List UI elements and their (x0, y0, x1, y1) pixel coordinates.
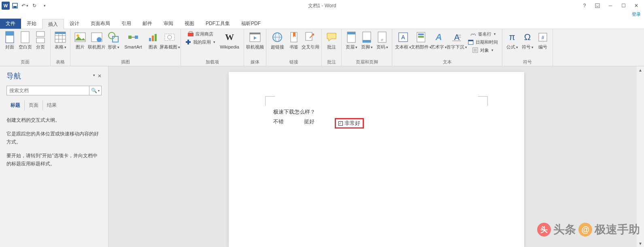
svg-rect-36 (347, 32, 355, 34)
svg-rect-38 (363, 40, 371, 42)
login-link[interactable]: 登录 (0, 11, 644, 19)
svg-rect-44 (418, 34, 424, 35)
svg-rect-27 (188, 33, 193, 36)
object-button[interactable]: 对象▾ (470, 46, 495, 54)
tab-pdf-tools[interactable]: PDF工具集 (200, 19, 236, 29)
nav-search: 🔍▾ (6, 86, 102, 95)
document-title: 文档1 - Word (308, 2, 336, 9)
hyperlink-button[interactable]: 超链接 (269, 30, 286, 50)
document-page[interactable]: 极速下载怎么样？ 不错 挺好 ✓ 非常好 (229, 72, 524, 247)
nav-help-text-3: 要开始，请转到"开始"选项卡，并向文档中的标题应用标题样式。 (6, 152, 102, 168)
close-button[interactable]: ✕ (630, 1, 642, 10)
tab-review[interactable]: 审阅 (158, 19, 179, 29)
online-video-button[interactable]: 联机视频 (247, 30, 264, 50)
footer-button[interactable]: 页脚▾ (359, 30, 374, 50)
wordart-button[interactable]: A艺术字▾ (430, 30, 447, 50)
scroll-track[interactable] (637, 74, 644, 240)
main-area: 导航 ▾ ✕ 🔍▾ 标题 页面 结果 创建文档的交互式大纲。 它是跟踪您的具体位… (0, 66, 644, 247)
datetime-button[interactable]: 日期和时间 (466, 38, 499, 46)
cross-reference-button[interactable]: 交叉引用 (302, 30, 319, 50)
option-3-highlighted[interactable]: ✓ 非常好 (335, 118, 364, 129)
shapes-button[interactable]: 形状▾ (106, 30, 121, 50)
nav-tab-pages[interactable]: 页面 (25, 100, 43, 110)
svg-rect-45 (418, 36, 424, 38)
number-icon: # (536, 31, 549, 44)
table-icon (54, 31, 67, 44)
store-icon (187, 31, 194, 37)
maximize-button[interactable]: ☐ (617, 1, 629, 10)
nav-options-button[interactable]: ▾ (93, 73, 95, 79)
symbol-button[interactable]: Ω符号▾ (520, 30, 535, 50)
save-button[interactable] (11, 1, 19, 10)
comment-button[interactable]: 批注 (324, 30, 339, 50)
doc-question[interactable]: 极速下载怎么样？ (273, 108, 480, 116)
page-break-button[interactable]: 分页 (33, 30, 48, 50)
quick-parts-button[interactable]: 文档部件▾ (412, 30, 429, 50)
blank-page-icon (19, 31, 32, 44)
tab-mailings[interactable]: 邮件 (137, 19, 158, 29)
crossref-icon (304, 31, 317, 44)
document-area[interactable]: 极速下载怎么样？ 不错 挺好 ✓ 非常好 ▲ ▼ (108, 66, 644, 247)
group-comments: 批注 批注 (322, 29, 342, 66)
screenshot-button[interactable]: 屏幕截图▾ (161, 30, 178, 50)
textbox-button[interactable]: A文本框▾ (395, 30, 412, 50)
chart-button[interactable]: 图表 (146, 30, 160, 50)
equation-button[interactable]: π公式▾ (505, 30, 519, 50)
online-pictures-button[interactable]: 联机图片 (88, 30, 105, 50)
pictures-button[interactable]: 图片 (73, 30, 87, 50)
help-button[interactable]: ? (578, 1, 591, 10)
page-number-button[interactable]: #页码▾ (375, 30, 389, 50)
checkbox-icon[interactable]: ✓ (338, 121, 343, 126)
smartart-button[interactable]: SmartArt (121, 30, 145, 50)
minimize-button[interactable]: ─ (604, 1, 616, 10)
header-icon (345, 31, 358, 44)
tab-references[interactable]: 引用 (116, 19, 137, 29)
option-1[interactable]: 不错 (273, 118, 284, 129)
equation-icon: π (506, 31, 519, 44)
svg-rect-6 (36, 32, 45, 36)
cover-page-button[interactable]: 封面 (2, 30, 17, 50)
search-button[interactable]: 🔍▾ (89, 86, 101, 95)
group-symbols: π公式▾ Ω符号▾ #编号 符号 (502, 29, 553, 66)
word-logo-icon: W (2, 2, 10, 10)
redo-button[interactable]: ↻ (30, 1, 39, 10)
signature-line-button[interactable]: 签名行▾ (468, 30, 497, 38)
my-addins-button[interactable]: 我的应用▾ (183, 38, 217, 46)
nav-title: 导航 (6, 71, 21, 81)
ribbon: 封面 空白页 分页 页面 表格▾ 表格 图片 联机图片 形状▾ SmartArt… (0, 29, 644, 66)
search-input[interactable] (7, 86, 89, 95)
undo-button[interactable]: ↶▾ (20, 1, 29, 10)
dropcap-icon: A (450, 31, 463, 44)
scroll-down-button[interactable]: ▼ (637, 240, 644, 247)
tab-file[interactable]: 文件 (0, 19, 21, 29)
option-2[interactable]: 挺好 (304, 118, 315, 129)
header-button[interactable]: 页眉▾ (344, 30, 359, 50)
store-button[interactable]: 应用商店 (186, 30, 215, 38)
tab-foxit-pdf[interactable]: 福昕PDF (236, 19, 266, 29)
tab-home[interactable]: 开始 (21, 19, 42, 29)
tab-view[interactable]: 视图 (179, 19, 200, 29)
object-icon (472, 47, 478, 53)
svg-rect-22 (149, 38, 151, 41)
svg-rect-23 (152, 36, 154, 41)
wikipedia-icon: W (223, 31, 236, 44)
tab-design[interactable]: 设计 (64, 19, 85, 29)
group-media: 联机视频 媒体 (244, 29, 266, 66)
vertical-scrollbar[interactable]: ▲ ▼ (637, 66, 644, 247)
nav-tab-headings[interactable]: 标题 (6, 100, 25, 110)
bookmark-button[interactable]: 书签 (287, 30, 301, 50)
tab-insert[interactable]: 插入 (42, 19, 64, 29)
table-button[interactable]: 表格▾ (53, 30, 68, 50)
dropcap-button[interactable]: A首字下沉▾ (448, 30, 465, 50)
number-button[interactable]: #编号 (536, 30, 550, 50)
qat-customize-button[interactable]: ▾ (40, 1, 49, 10)
ribbon-display-button[interactable] (591, 1, 604, 10)
nav-close-button[interactable]: ✕ (98, 73, 102, 79)
wikipedia-button[interactable]: WWikipedia (218, 30, 241, 50)
quick-access-toolbar: W ↶▾ ↻ ▾ (0, 1, 49, 10)
blank-page-button[interactable]: 空白页 (18, 30, 32, 50)
svg-rect-4 (6, 32, 14, 36)
tab-layout[interactable]: 页面布局 (85, 19, 116, 29)
nav-tab-results[interactable]: 结果 (43, 100, 61, 110)
scroll-up-button[interactable]: ▲ (637, 66, 644, 74)
